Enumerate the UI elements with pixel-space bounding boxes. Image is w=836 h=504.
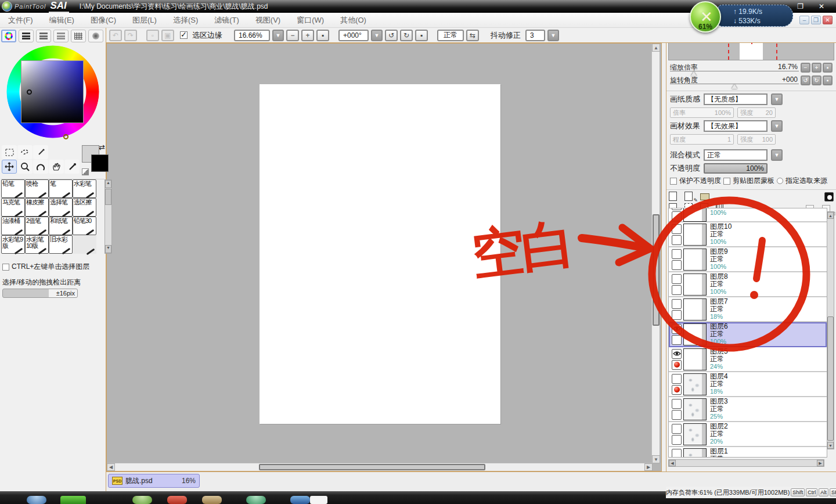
layers-scroll-right-icon[interactable]: ▶	[817, 460, 824, 466]
brush-button[interactable]: 旧水彩	[49, 235, 73, 254]
move-tool[interactable]	[2, 160, 17, 174]
layer-visibility-checkbox[interactable]	[672, 224, 682, 234]
nav-zoom-out-button[interactable]: −	[801, 63, 810, 73]
taskbar-icon[interactable]	[60, 496, 86, 504]
layer-thumbnail[interactable]	[683, 224, 707, 246]
layer-selection-source-checkbox[interactable]	[672, 310, 682, 320]
layer-thumbnail[interactable]	[683, 423, 707, 445]
scroll-down-icon[interactable]: ▼	[652, 455, 660, 463]
selection-edge-checkbox[interactable]	[180, 31, 188, 39]
angle-value-field[interactable]: +000°	[338, 30, 369, 41]
opacity-slider[interactable]: 100%	[704, 163, 767, 174]
document-tab[interactable]: PSD 臆战.psd 16%	[108, 474, 200, 488]
brush-scroll-down-icon[interactable]: ▼	[105, 245, 111, 253]
rgb-slider-tab[interactable]	[19, 30, 34, 42]
menu-item[interactable]: 文件(F)	[0, 13, 41, 28]
layer-selection-source-checkbox[interactable]	[672, 285, 682, 295]
invert-selection-button[interactable]: ▣	[161, 30, 174, 41]
brush-button[interactable]: 橡皮擦	[25, 198, 49, 217]
brush-button[interactable]: 和纸笔	[49, 217, 73, 235]
color-wheel-tab[interactable]	[1, 30, 16, 42]
background-color-swatch[interactable]	[91, 154, 109, 172]
layer-thumbnail[interactable]	[683, 398, 707, 420]
layer-selection-source-checkbox[interactable]	[672, 260, 682, 270]
layers-horizontal-scrollbar[interactable]: ◀ ▶	[668, 459, 824, 467]
brush-button[interactable]: 选择笔	[49, 198, 73, 217]
new-vector-layer-button[interactable]: ✎	[684, 192, 696, 201]
rotate-ccw-button[interactable]: ↺	[385, 30, 398, 41]
layer-row[interactable]: 图层8 正常 100%	[669, 272, 827, 297]
layer-visibility-checkbox[interactable]	[672, 399, 682, 409]
layer-thumbnail[interactable]	[683, 448, 707, 458]
flip-horizontal-button[interactable]: ⇆	[466, 30, 479, 41]
lasso-tool[interactable]	[17, 145, 33, 159]
taskbar-icon[interactable]	[27, 496, 46, 504]
layer-row[interactable]: 图层7 正常 18%	[669, 297, 827, 322]
app-minimize-button[interactable]: –	[799, 16, 809, 24]
brush-button[interactable]: 水彩笔	[73, 179, 96, 198]
blend-mode-select[interactable]: 正常	[704, 149, 767, 161]
nav-rotate-reset-button[interactable]: ▪	[823, 75, 833, 85]
menu-item[interactable]: 图层(L)	[124, 13, 165, 28]
selection-source-radio[interactable]	[777, 178, 783, 184]
layer-selection-source-checkbox[interactable]	[672, 385, 682, 395]
taskbar-icon[interactable]	[132, 496, 152, 504]
nav-zoom-in-button[interactable]: +	[812, 63, 821, 73]
layers-vertical-scrollbar[interactable]: ▲ ▼	[827, 211, 834, 449]
undo-button[interactable]: ↶	[109, 30, 122, 41]
view-normal-button[interactable]: 正常	[437, 30, 464, 41]
nav-rotate-cw-button[interactable]: ↻	[812, 75, 821, 85]
paper-texture-dropdown-icon[interactable]: ▼	[771, 93, 783, 105]
layers-scroll-down-icon[interactable]: ▼	[827, 442, 834, 449]
swatches-tab[interactable]	[71, 30, 86, 42]
brush-button[interactable]: 水彩笔9版	[1, 235, 25, 254]
canvas-page[interactable]	[260, 84, 500, 424]
layer-row[interactable]: 图层9 正常 100%	[669, 247, 827, 272]
material-effect-select[interactable]: 【无效果】	[704, 120, 767, 132]
nav-zoom-reset-button[interactable]: ▪	[823, 63, 833, 73]
brush-scroll-up-icon[interactable]: ▲	[105, 180, 111, 188]
jitter-value-field[interactable]: 3	[525, 30, 545, 41]
layer-visibility-checkbox[interactable]	[672, 374, 682, 384]
eyedropper-tool[interactable]	[64, 160, 80, 174]
hue-marker[interactable]	[63, 134, 69, 139]
material-effect-dropdown-icon[interactable]: ▼	[771, 120, 783, 132]
brush-button[interactable]: 2值笔	[25, 217, 49, 235]
taskbar-icon[interactable]	[290, 496, 310, 504]
layer-row[interactable]: 图层2 正常 20%	[669, 422, 827, 447]
layer-selection-source-checkbox[interactable]	[672, 235, 682, 245]
nav-rotate-ccw-button[interactable]: ↺	[801, 75, 810, 85]
blend-mode-dropdown-icon[interactable]: ▼	[771, 149, 783, 161]
zoom-in-button[interactable]: +	[301, 30, 314, 41]
layer-row[interactable]: 图层3 正常 25%	[669, 397, 827, 422]
protect-opacity-checkbox[interactable]	[670, 178, 677, 185]
color-mixer-tab[interactable]	[53, 30, 69, 42]
menu-item[interactable]: 编辑(E)	[41, 13, 82, 28]
net-speed-widget[interactable]: ↑ 19.9K/s ↓ 533K/s ✕ 61%	[690, 1, 721, 33]
window-close-icon[interactable]: ✕	[819, 2, 824, 10]
rotate-view-tool[interactable]	[33, 160, 48, 174]
brush-button[interactable]: 喷枪	[25, 179, 49, 198]
layer-row[interactable]: 图层4 正常 18%	[669, 372, 827, 397]
brush-scrollbar[interactable]: ▲ ▼	[105, 179, 112, 254]
layer-row[interactable]: 图层1 正常 21%	[669, 447, 827, 458]
layers-scroll-up-icon[interactable]: ▲	[827, 212, 834, 219]
layers-scroll-thumb[interactable]	[827, 316, 834, 441]
swap-colors-icon[interactable]: ⇄	[99, 143, 105, 152]
scroll-right-icon[interactable]: ▶	[644, 463, 653, 471]
zoom-dropdown-icon[interactable]: ▼	[272, 30, 284, 41]
rotate-reset-button[interactable]: ▪	[415, 30, 428, 41]
brush-button[interactable]: 铅笔30	[73, 217, 96, 235]
rotate-slider-handle[interactable]	[732, 84, 737, 89]
menu-item[interactable]: 图像(C)	[82, 13, 124, 28]
redo-button[interactable]: ↷	[124, 30, 137, 41]
color-wheel[interactable]	[3, 45, 102, 143]
transparent-color-toggle[interactable]	[82, 168, 89, 175]
zoom-tool[interactable]	[17, 160, 33, 174]
magic-wand-tool[interactable]	[33, 145, 48, 159]
layer-thumbnail[interactable]	[683, 208, 707, 222]
layer-selection-source-checkbox[interactable]	[672, 410, 682, 420]
rect-select-tool[interactable]	[2, 145, 17, 159]
brush-button[interactable]: 选区擦	[73, 198, 96, 217]
brush-button[interactable]: 油漆桶	[1, 217, 25, 235]
